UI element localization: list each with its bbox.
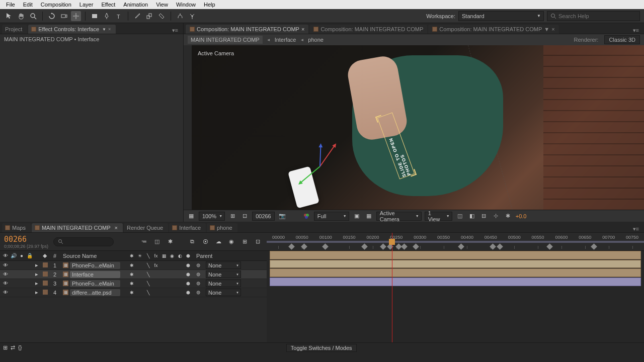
camera-tool-icon[interactable] xyxy=(59,11,69,21)
exposure-reset-icon[interactable]: ✱ xyxy=(504,212,513,221)
time-mark[interactable]: 00150 xyxy=(338,235,361,240)
quality-switch-icon[interactable]: ╲ xyxy=(144,280,151,287)
effect-controls-tab[interactable]: Effect Controls: Interface ▼ × xyxy=(28,25,116,34)
timeline-tab-interface[interactable]: Interface xyxy=(169,223,206,232)
draft-3d-icon[interactable]: ◫ xyxy=(152,237,162,247)
keyframe-marker-icon[interactable] xyxy=(458,243,464,250)
guides-toggle-icon[interactable]: ⊡ xyxy=(240,212,249,221)
project-tab[interactable]: Project xyxy=(2,25,27,34)
workspace-dropdown[interactable]: Standard xyxy=(458,11,544,21)
search-help-input[interactable] xyxy=(558,13,636,19)
zoom-select[interactable]: 100% xyxy=(199,212,225,221)
timeline-icon[interactable]: ⊟ xyxy=(479,212,489,221)
twirl-icon[interactable]: ▸ xyxy=(35,271,43,278)
quality-switch-icon[interactable]: ╲ xyxy=(144,271,151,278)
pickwhip-icon[interactable]: ⊚ xyxy=(196,290,202,296)
fx-switch-icon[interactable]: fx xyxy=(152,262,159,269)
time-mark[interactable]: 00400 xyxy=(455,235,479,240)
solo-header-icon[interactable]: ● xyxy=(18,253,25,258)
parent-dropdown[interactable]: None xyxy=(206,280,241,287)
motion-blur-icon[interactable]: ⦿ xyxy=(200,237,210,247)
breadcrumb-interface[interactable]: Interface xyxy=(275,37,296,43)
time-mark[interactable]: 00200 xyxy=(361,235,385,240)
zoom-tool-icon[interactable] xyxy=(28,11,38,21)
keyframe-marker-icon[interactable] xyxy=(361,243,368,250)
rotation-tool-icon[interactable] xyxy=(47,11,57,21)
exposure-value[interactable]: +0.0 xyxy=(516,213,527,219)
layer-bar-2[interactable] xyxy=(270,260,641,268)
visibility-toggle-icon[interactable]: 👁 xyxy=(2,281,9,286)
time-mark[interactable]: 00500 xyxy=(503,235,526,240)
layer-row[interactable]: 👁 ▸ 3 ▦ PhoneFo...eMain ✱ ╲ ⬢ ⊚ None xyxy=(0,279,267,288)
keyframe-marker-icon[interactable] xyxy=(301,243,307,250)
rectangle-tool-icon[interactable] xyxy=(90,11,100,21)
close-tab-icon[interactable]: × xyxy=(108,27,111,32)
menu-effect[interactable]: Effect xyxy=(97,2,119,8)
keyframe-marker-icon[interactable] xyxy=(413,243,419,250)
toggle-switches-modes-button[interactable]: Toggle Switches / Modes xyxy=(286,344,357,352)
menu-edit[interactable]: Edit xyxy=(19,2,37,8)
fx-switch-icon[interactable] xyxy=(152,280,159,287)
visibility-toggle-icon[interactable]: 👁 xyxy=(2,262,9,268)
layer-row[interactable]: 👁 ▸ 4 ▦ differe...atte.psd ✱ ╲ ⬢ ⊚ None xyxy=(0,288,267,297)
layer-name[interactable]: Interface xyxy=(70,271,120,278)
puppet-tool-icon[interactable] xyxy=(187,11,197,21)
comp-tab-2[interactable]: Composition: MAIN INTEGRATED COMP xyxy=(309,25,427,34)
3d-switch-icon[interactable]: ⬢ xyxy=(185,271,192,278)
time-mark[interactable]: 00050 xyxy=(290,235,314,240)
number-header[interactable]: # xyxy=(49,253,61,259)
time-mark[interactable]: 00550 xyxy=(526,235,550,240)
selection-tool-icon[interactable] xyxy=(4,11,14,21)
collapse-header-icon[interactable]: ☀ xyxy=(136,253,143,258)
time-mark[interactable]: 00650 xyxy=(573,235,597,240)
layer-color-label[interactable] xyxy=(43,281,48,286)
breadcrumb-main[interactable]: MAIN INTEGRATED COMP xyxy=(188,36,263,44)
brush-tool-icon[interactable] xyxy=(132,11,142,21)
layer-row[interactable]: 👁 ▸ 2 ▦ Interface ✱ ╲ ⬢ ⊚ None xyxy=(0,270,267,279)
source-name-header[interactable]: Source Name xyxy=(61,253,126,259)
shy-switch-icon[interactable]: ✱ xyxy=(128,262,135,269)
parent-dropdown[interactable]: None xyxy=(206,261,241,269)
audio-header-icon[interactable]: 🔊 xyxy=(10,253,17,258)
collapse-switch-icon[interactable] xyxy=(136,271,143,278)
hand-tool-icon[interactable] xyxy=(16,11,26,21)
keyframe-marker-icon[interactable] xyxy=(591,243,597,250)
gizmo-y-axis-icon[interactable] xyxy=(300,166,320,183)
menu-layer[interactable]: Layer xyxy=(75,2,98,8)
keyframe-marker-icon[interactable] xyxy=(490,243,496,250)
brainstorm-icon[interactable]: ☁ xyxy=(213,237,223,247)
timeline-tab-maps[interactable]: Maps xyxy=(2,223,31,232)
layer-name[interactable]: differe...atte.psd xyxy=(70,289,120,296)
label-header-icon[interactable]: ◆ xyxy=(43,252,49,259)
renderer-select[interactable]: Classic 3D xyxy=(604,35,640,44)
timeline-tab-render-queue[interactable]: Render Queue xyxy=(124,223,168,232)
graph-editor-icon[interactable]: ⊞ xyxy=(239,237,250,247)
pickwhip-icon[interactable]: ⊚ xyxy=(196,262,202,268)
channel-red-icon[interactable] xyxy=(290,212,299,221)
collapse-switch-icon[interactable] xyxy=(136,289,143,296)
snapshot-icon[interactable]: 📷 xyxy=(278,212,287,221)
twirl-icon[interactable]: ▸ xyxy=(35,289,43,296)
anchor-point-tool-icon[interactable] xyxy=(71,11,81,21)
lock-header-icon[interactable]: 🔒 xyxy=(26,253,33,258)
quality-switch-icon[interactable]: ╲ xyxy=(144,289,151,296)
pickwhip-icon[interactable]: ⊚ xyxy=(196,281,202,287)
visibility-toggle-icon[interactable]: 👁 xyxy=(2,290,9,295)
parent-header[interactable]: Parent xyxy=(194,253,267,259)
motion-blur-header-icon[interactable]: ◉ xyxy=(169,253,176,258)
current-frame-display[interactable]: 00266 xyxy=(252,212,275,221)
keyframe-marker-icon[interactable] xyxy=(322,243,329,250)
visibility-header-icon[interactable]: 👁 xyxy=(2,253,9,258)
hide-shy-icon[interactable]: ✱ xyxy=(165,237,175,247)
keyframe-marker-icon[interactable] xyxy=(380,243,386,250)
time-mark[interactable]: 00450 xyxy=(479,235,503,240)
composition-viewport[interactable]: SLIDE TO OPEN PHOTOS Active Camera xyxy=(192,45,644,210)
cti-playhead-icon[interactable] xyxy=(389,239,395,245)
menu-help[interactable]: Help xyxy=(200,2,219,8)
menu-animation[interactable]: Animation xyxy=(119,2,152,8)
visibility-toggle-icon[interactable]: 👁 xyxy=(2,272,9,277)
shy-switch-icon[interactable]: ✱ xyxy=(128,289,135,296)
comp-mini-flowchart-icon[interactable]: ≔ xyxy=(139,237,149,247)
fx-switch-icon[interactable] xyxy=(152,271,159,278)
transparency-grid-icon[interactable]: ▦ xyxy=(364,212,373,221)
